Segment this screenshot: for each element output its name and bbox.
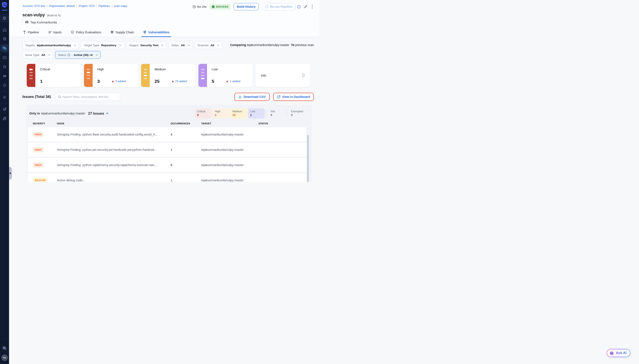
added-indicator: 1 added [226,80,240,83]
card-count: 25 [154,79,159,84]
breadcrumb-separator: › [47,4,47,8]
info-icon [67,54,70,56]
chevron-down-icon [119,44,121,46]
layers-settings-icon[interactable] [1,105,9,113]
critical-severity-meter-icon [27,64,35,87]
card-label: Critical [40,67,78,71]
steps-filter[interactable]: Steps:All [168,41,193,49]
build-history-button[interactable]: Build History [234,3,259,10]
search-input[interactable] [63,95,117,98]
info-icon[interactable] [297,5,301,8]
eye-off-icon[interactable] [1,72,9,80]
increase-triangle-icon [226,80,228,82]
tab-vulnerabilities[interactable]: Vulnerabilities [143,28,170,37]
view-in-dashboard-button[interactable]: View in Dashboard [273,93,314,101]
info-card[interactable]: Info 0 [256,64,310,87]
added-indicator: 3 added [112,80,126,83]
issue-title: Active debug code... [57,178,171,182]
pill-low: Low1 [248,108,265,118]
issue-row[interactable]: HIGH Semgrep Finding: python.flask.secur… [28,127,306,142]
issue-row[interactable]: HIGH Semgrep Finding: python.sqlalchemy.… [28,158,306,172]
card-label: Medium [154,67,193,71]
download-icon [238,95,242,98]
build-id-label: (Build Id: 6) [47,14,61,17]
status-badge: SUCCESS [210,4,231,10]
medium-card[interactable]: Medium 25 23 added [141,64,196,87]
card-label: Low [212,67,250,71]
breadcrumb-project[interactable]: Project: STO [79,4,95,8]
occurrences-value: 1 [171,148,201,152]
status-filter[interactable]: Status : Active (34) +4 [55,51,100,59]
shield-search-icon[interactable] [1,35,9,43]
get-started-icon[interactable] [1,81,9,89]
target-type-filter[interactable]: Target Type:Repository [81,41,124,49]
issue-title: Semgrep Finding: python.jwt.security.jwt… [57,148,171,152]
check-circle-icon [212,6,215,8]
targets-filter[interactable]: Targets:tejakummarikuntla/vulpy [23,41,79,49]
executions-icon[interactable] [1,53,9,62]
comparing-label: Comparing tejakummarikuntla/vulpy:master… [230,43,314,47]
breadcrumb-current[interactable]: scan-vulpy [114,4,127,8]
expand-arrow-icon [10,172,11,174]
supply-chain-shield-icon [110,30,114,34]
breadcrumb-account[interactable]: Account: STO test [23,4,45,8]
chevron-down-icon [188,44,190,46]
issue-row[interactable]: HIGH Semgrep Finding: python.jwt.securit… [28,143,306,157]
issue-title: Semgrep Finding: python.flask.security.a… [57,133,171,136]
main-area: Account: STO test › Organization: defaul… [9,0,319,182]
search-icon [58,95,61,98]
tab-pipeline[interactable]: Pipeline [23,28,40,37]
pill-divider [287,109,287,118]
clock-icon [193,5,196,8]
edit-pencil-icon[interactable] [304,5,307,8]
sto-shield-logo[interactable] [2,2,8,8]
card-count: 3 [97,79,100,84]
home-icon[interactable] [1,26,9,34]
scanner-filter[interactable]: Scanner:All [195,41,222,49]
author-row: Teja Kummarikuntla [23,20,314,25]
sidebar-expander-handle[interactable] [9,167,12,180]
high-card[interactable]: High 3 3 added [84,64,138,87]
issues-total-title: Issues (Total 34) [23,95,51,99]
left-sidebar: ? TK [0,0,9,182]
rerun-pipeline-button[interactable]: Re-run Pipeline [262,3,295,10]
tab-supply-chain[interactable]: Supply Chain [110,28,134,37]
critical-card[interactable]: Critical 1 [27,64,81,87]
tab-inputs[interactable]: Inputs [48,28,62,37]
occurrences-value: 1 [171,178,201,182]
download-csv-button[interactable]: Download CSV [235,93,270,101]
issue-row[interactable]: MEDIUM Active debug code... 1 tejakummar… [28,173,306,182]
targets-icon[interactable] [1,62,9,71]
sidebar-divider [2,103,8,104]
org-settings-icon[interactable] [1,114,9,122]
author-name: Teja Kummarikuntla [30,21,57,24]
severity-badge: HIGH [33,132,44,137]
breadcrumb-organization[interactable]: Organization: default [49,4,75,8]
pill-high: High3 [213,108,230,118]
breadcrumb-separator: › [111,4,112,8]
card-label: Info [261,74,266,77]
build-duration: 5m 20s [193,5,206,8]
breadcrumb-pipelines[interactable]: Pipelines [98,4,110,8]
low-card[interactable]: Low 5 1 added [198,64,253,87]
medium-severity-meter-icon [141,64,150,87]
more-options-kebab-icon[interactable] [310,4,314,9]
pipelines-icon[interactable] [1,44,9,52]
collapse-chevron-up-icon[interactable] [106,112,109,114]
issues-toolbar: Issues (Total 34) Download CSV View in D… [23,93,314,101]
module-cube-icon[interactable] [1,14,9,22]
pill-divider [266,109,266,118]
stages-filter[interactable]: Stages:Security Test [126,41,166,49]
increase-triangle-icon [112,80,114,82]
table-scrollbar[interactable] [307,135,309,182]
pill-info: Info0 [269,108,285,118]
issues-search[interactable] [55,93,120,101]
tab-policy-evaluations[interactable]: Policy Evaluations [70,28,102,37]
settings-gear-icon[interactable] [1,93,9,101]
pill-medium: Medium23 [230,108,247,118]
issue-type-filter[interactable]: Issue Type:All [23,51,53,59]
pill-exempted: Exempted0 [289,108,306,118]
occurrences-value: 4 [171,133,201,136]
group-issue-count: 27 Issues [88,112,104,116]
high-severity-meter-icon [84,64,93,87]
